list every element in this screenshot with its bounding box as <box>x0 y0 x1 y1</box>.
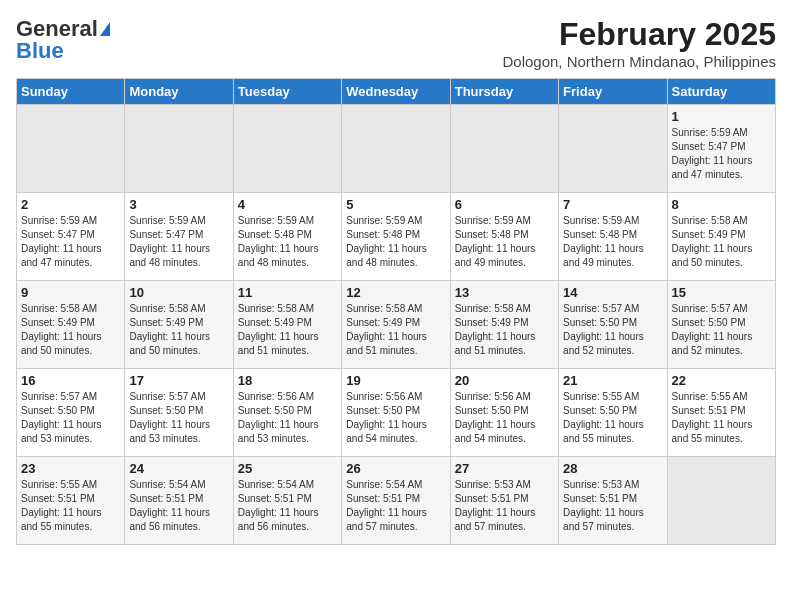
calendar-cell: 20Sunrise: 5:56 AM Sunset: 5:50 PM Dayli… <box>450 369 558 457</box>
day-number: 2 <box>21 197 120 212</box>
day-info: Sunrise: 5:58 AM Sunset: 5:49 PM Dayligh… <box>238 302 337 358</box>
calendar-week-row: 23Sunrise: 5:55 AM Sunset: 5:51 PM Dayli… <box>17 457 776 545</box>
day-info: Sunrise: 5:53 AM Sunset: 5:51 PM Dayligh… <box>455 478 554 534</box>
day-number: 11 <box>238 285 337 300</box>
calendar-cell <box>559 105 667 193</box>
day-info: Sunrise: 5:58 AM Sunset: 5:49 PM Dayligh… <box>129 302 228 358</box>
day-number: 27 <box>455 461 554 476</box>
calendar-cell: 8Sunrise: 5:58 AM Sunset: 5:49 PM Daylig… <box>667 193 775 281</box>
day-info: Sunrise: 5:58 AM Sunset: 5:49 PM Dayligh… <box>672 214 771 270</box>
calendar-title: February 2025 <box>502 16 776 53</box>
day-of-week-header: Wednesday <box>342 79 450 105</box>
day-number: 14 <box>563 285 662 300</box>
calendar-cell <box>342 105 450 193</box>
day-info: Sunrise: 5:57 AM Sunset: 5:50 PM Dayligh… <box>129 390 228 446</box>
calendar-cell: 24Sunrise: 5:54 AM Sunset: 5:51 PM Dayli… <box>125 457 233 545</box>
day-info: Sunrise: 5:56 AM Sunset: 5:50 PM Dayligh… <box>346 390 445 446</box>
logo-blue-text: Blue <box>16 38 64 64</box>
day-info: Sunrise: 5:54 AM Sunset: 5:51 PM Dayligh… <box>346 478 445 534</box>
day-info: Sunrise: 5:59 AM Sunset: 5:47 PM Dayligh… <box>672 126 771 182</box>
calendar-cell: 18Sunrise: 5:56 AM Sunset: 5:50 PM Dayli… <box>233 369 341 457</box>
calendar-cell: 6Sunrise: 5:59 AM Sunset: 5:48 PM Daylig… <box>450 193 558 281</box>
calendar-cell: 25Sunrise: 5:54 AM Sunset: 5:51 PM Dayli… <box>233 457 341 545</box>
calendar-table: SundayMondayTuesdayWednesdayThursdayFrid… <box>16 78 776 545</box>
day-info: Sunrise: 5:59 AM Sunset: 5:48 PM Dayligh… <box>563 214 662 270</box>
day-of-week-header: Sunday <box>17 79 125 105</box>
day-number: 3 <box>129 197 228 212</box>
day-number: 10 <box>129 285 228 300</box>
day-number: 5 <box>346 197 445 212</box>
day-of-week-header: Monday <box>125 79 233 105</box>
calendar-cell: 12Sunrise: 5:58 AM Sunset: 5:49 PM Dayli… <box>342 281 450 369</box>
page-header: General Blue February 2025 Dologon, Nort… <box>16 16 776 70</box>
day-number: 12 <box>346 285 445 300</box>
day-number: 21 <box>563 373 662 388</box>
calendar-cell: 3Sunrise: 5:59 AM Sunset: 5:47 PM Daylig… <box>125 193 233 281</box>
day-info: Sunrise: 5:57 AM Sunset: 5:50 PM Dayligh… <box>563 302 662 358</box>
day-number: 24 <box>129 461 228 476</box>
logo-triangle-icon <box>100 22 110 36</box>
calendar-cell: 21Sunrise: 5:55 AM Sunset: 5:50 PM Dayli… <box>559 369 667 457</box>
day-number: 20 <box>455 373 554 388</box>
day-of-week-header: Friday <box>559 79 667 105</box>
day-info: Sunrise: 5:59 AM Sunset: 5:47 PM Dayligh… <box>21 214 120 270</box>
day-number: 18 <box>238 373 337 388</box>
calendar-header-row: SundayMondayTuesdayWednesdayThursdayFrid… <box>17 79 776 105</box>
day-number: 16 <box>21 373 120 388</box>
day-info: Sunrise: 5:55 AM Sunset: 5:51 PM Dayligh… <box>672 390 771 446</box>
day-info: Sunrise: 5:55 AM Sunset: 5:50 PM Dayligh… <box>563 390 662 446</box>
day-number: 15 <box>672 285 771 300</box>
calendar-cell: 5Sunrise: 5:59 AM Sunset: 5:48 PM Daylig… <box>342 193 450 281</box>
day-number: 13 <box>455 285 554 300</box>
calendar-subtitle: Dologon, Northern Mindanao, Philippines <box>502 53 776 70</box>
day-number: 17 <box>129 373 228 388</box>
calendar-cell <box>667 457 775 545</box>
day-number: 22 <box>672 373 771 388</box>
calendar-cell: 28Sunrise: 5:53 AM Sunset: 5:51 PM Dayli… <box>559 457 667 545</box>
calendar-cell: 13Sunrise: 5:58 AM Sunset: 5:49 PM Dayli… <box>450 281 558 369</box>
calendar-cell: 10Sunrise: 5:58 AM Sunset: 5:49 PM Dayli… <box>125 281 233 369</box>
day-number: 26 <box>346 461 445 476</box>
calendar-cell: 7Sunrise: 5:59 AM Sunset: 5:48 PM Daylig… <box>559 193 667 281</box>
day-info: Sunrise: 5:58 AM Sunset: 5:49 PM Dayligh… <box>21 302 120 358</box>
day-of-week-header: Thursday <box>450 79 558 105</box>
calendar-cell: 11Sunrise: 5:58 AM Sunset: 5:49 PM Dayli… <box>233 281 341 369</box>
calendar-cell: 15Sunrise: 5:57 AM Sunset: 5:50 PM Dayli… <box>667 281 775 369</box>
calendar-cell <box>233 105 341 193</box>
calendar-cell: 16Sunrise: 5:57 AM Sunset: 5:50 PM Dayli… <box>17 369 125 457</box>
calendar-cell: 22Sunrise: 5:55 AM Sunset: 5:51 PM Dayli… <box>667 369 775 457</box>
day-number: 7 <box>563 197 662 212</box>
calendar-week-row: 1Sunrise: 5:59 AM Sunset: 5:47 PM Daylig… <box>17 105 776 193</box>
day-number: 19 <box>346 373 445 388</box>
calendar-cell: 2Sunrise: 5:59 AM Sunset: 5:47 PM Daylig… <box>17 193 125 281</box>
title-block: February 2025 Dologon, Northern Mindanao… <box>502 16 776 70</box>
day-number: 23 <box>21 461 120 476</box>
calendar-cell: 1Sunrise: 5:59 AM Sunset: 5:47 PM Daylig… <box>667 105 775 193</box>
calendar-cell: 19Sunrise: 5:56 AM Sunset: 5:50 PM Dayli… <box>342 369 450 457</box>
calendar-cell: 26Sunrise: 5:54 AM Sunset: 5:51 PM Dayli… <box>342 457 450 545</box>
day-info: Sunrise: 5:59 AM Sunset: 5:47 PM Dayligh… <box>129 214 228 270</box>
day-info: Sunrise: 5:55 AM Sunset: 5:51 PM Dayligh… <box>21 478 120 534</box>
day-info: Sunrise: 5:54 AM Sunset: 5:51 PM Dayligh… <box>129 478 228 534</box>
day-info: Sunrise: 5:56 AM Sunset: 5:50 PM Dayligh… <box>238 390 337 446</box>
calendar-cell: 4Sunrise: 5:59 AM Sunset: 5:48 PM Daylig… <box>233 193 341 281</box>
calendar-cell: 9Sunrise: 5:58 AM Sunset: 5:49 PM Daylig… <box>17 281 125 369</box>
logo: General Blue <box>16 16 110 64</box>
calendar-cell: 17Sunrise: 5:57 AM Sunset: 5:50 PM Dayli… <box>125 369 233 457</box>
day-info: Sunrise: 5:58 AM Sunset: 5:49 PM Dayligh… <box>455 302 554 358</box>
day-of-week-header: Tuesday <box>233 79 341 105</box>
day-info: Sunrise: 5:59 AM Sunset: 5:48 PM Dayligh… <box>455 214 554 270</box>
calendar-cell <box>450 105 558 193</box>
day-of-week-header: Saturday <box>667 79 775 105</box>
day-number: 8 <box>672 197 771 212</box>
day-info: Sunrise: 5:59 AM Sunset: 5:48 PM Dayligh… <box>238 214 337 270</box>
calendar-week-row: 16Sunrise: 5:57 AM Sunset: 5:50 PM Dayli… <box>17 369 776 457</box>
calendar-week-row: 9Sunrise: 5:58 AM Sunset: 5:49 PM Daylig… <box>17 281 776 369</box>
calendar-cell: 27Sunrise: 5:53 AM Sunset: 5:51 PM Dayli… <box>450 457 558 545</box>
calendar-week-row: 2Sunrise: 5:59 AM Sunset: 5:47 PM Daylig… <box>17 193 776 281</box>
day-number: 6 <box>455 197 554 212</box>
day-info: Sunrise: 5:53 AM Sunset: 5:51 PM Dayligh… <box>563 478 662 534</box>
day-number: 1 <box>672 109 771 124</box>
calendar-cell: 23Sunrise: 5:55 AM Sunset: 5:51 PM Dayli… <box>17 457 125 545</box>
calendar-cell <box>125 105 233 193</box>
